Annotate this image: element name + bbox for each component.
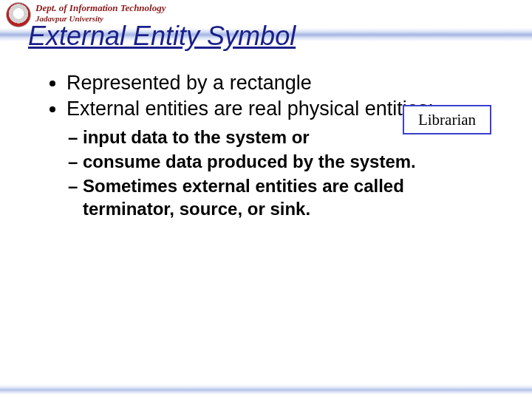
content-area: Represented by a rectangle External enti…: [46, 71, 489, 222]
footer-gradient-bar: [0, 384, 532, 395]
list-item: consume data produced by the system.: [68, 150, 489, 173]
slide-title: External Entity Symbol: [28, 21, 296, 52]
list-item: Sometimes external entities are called t…: [68, 174, 489, 220]
sub-bullet-list: input data to the system or consume data…: [46, 126, 489, 221]
entity-label: Librarian: [418, 111, 476, 129]
dept-name-line1: Dept. of Information Technology: [35, 2, 166, 14]
university-logo-icon: [6, 2, 31, 27]
list-item: Represented by a rectangle: [66, 71, 489, 95]
external-entity-symbol: Librarian: [403, 105, 491, 134]
